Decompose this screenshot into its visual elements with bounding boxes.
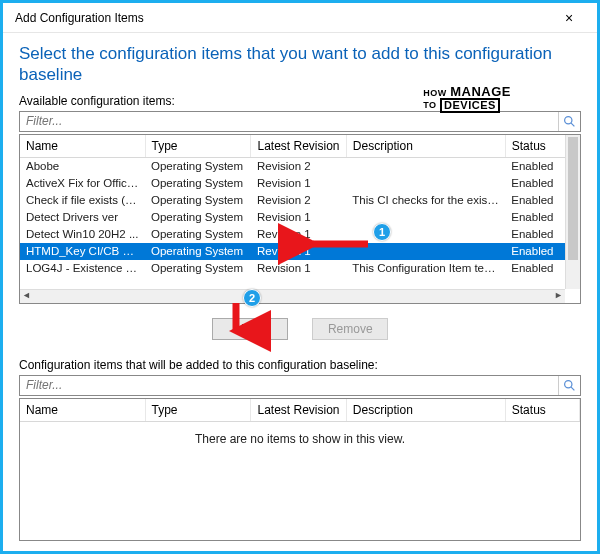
svg-line-1 bbox=[571, 123, 574, 126]
add-button[interactable]: Add bbox=[212, 318, 288, 340]
scroll-right-icon[interactable]: ► bbox=[554, 290, 563, 303]
col-description[interactable]: Description bbox=[346, 399, 505, 422]
search-icon[interactable] bbox=[558, 112, 580, 131]
table-row[interactable]: AbobeOperating SystemRevision 2Enabled bbox=[20, 157, 580, 175]
remove-button: Remove bbox=[312, 318, 388, 340]
horizontal-scrollbar[interactable]: ◄ ► bbox=[20, 289, 565, 303]
close-icon[interactable]: × bbox=[549, 5, 589, 31]
titlebar: Add Configuration Items × bbox=[3, 3, 597, 33]
col-description[interactable]: Description bbox=[346, 135, 505, 158]
selected-label: Configuration items that will be added t… bbox=[19, 358, 581, 372]
available-filter[interactable] bbox=[19, 111, 581, 132]
table-row[interactable]: Detect Win10 20H2 ...Operating SystemRev… bbox=[20, 226, 580, 243]
vertical-scrollbar[interactable] bbox=[565, 135, 580, 289]
selected-grid[interactable]: Name Type Latest Revision Description St… bbox=[19, 398, 581, 542]
table-row[interactable]: ActiveX Fix for Office ...Operating Syst… bbox=[20, 175, 580, 192]
svg-point-0 bbox=[565, 116, 572, 123]
selected-header-row[interactable]: Name Type Latest Revision Description St… bbox=[20, 399, 580, 422]
col-type[interactable]: Type bbox=[145, 135, 251, 158]
available-label: Available configuration items: bbox=[19, 94, 581, 108]
col-type[interactable]: Type bbox=[145, 399, 251, 422]
col-status[interactable]: Status bbox=[505, 399, 579, 422]
scroll-left-icon[interactable]: ◄ bbox=[22, 290, 31, 303]
col-latest-revision[interactable]: Latest Revision bbox=[251, 399, 346, 422]
instruction-text: Select the configuration items that you … bbox=[19, 43, 581, 86]
empty-message: There are no items to show in this view. bbox=[20, 422, 580, 456]
col-latest-revision[interactable]: Latest Revision bbox=[251, 135, 346, 158]
table-row[interactable]: HTMD_Key CI/CB R...Operating SystemRevis… bbox=[20, 243, 580, 260]
svg-point-2 bbox=[565, 380, 572, 387]
selected-filter-input[interactable] bbox=[20, 376, 558, 395]
col-name[interactable]: Name bbox=[20, 399, 145, 422]
available-grid[interactable]: Name Type Latest Revision Description St… bbox=[19, 134, 581, 304]
table-row[interactable]: Detect Drivers verOperating SystemRevisi… bbox=[20, 209, 580, 226]
button-row: Add Remove bbox=[19, 318, 581, 340]
available-filter-input[interactable] bbox=[20, 112, 558, 131]
search-icon[interactable] bbox=[558, 376, 580, 395]
table-row[interactable]: Check if file exists (Lo...Operating Sys… bbox=[20, 192, 580, 209]
table-row[interactable]: LOG4J - Existence TestOperating SystemRe… bbox=[20, 260, 580, 277]
col-name[interactable]: Name bbox=[20, 135, 145, 158]
window-title: Add Configuration Items bbox=[15, 11, 549, 25]
svg-line-3 bbox=[571, 387, 574, 390]
available-header-row[interactable]: Name Type Latest Revision Description St… bbox=[20, 135, 580, 158]
selected-filter[interactable] bbox=[19, 375, 581, 396]
